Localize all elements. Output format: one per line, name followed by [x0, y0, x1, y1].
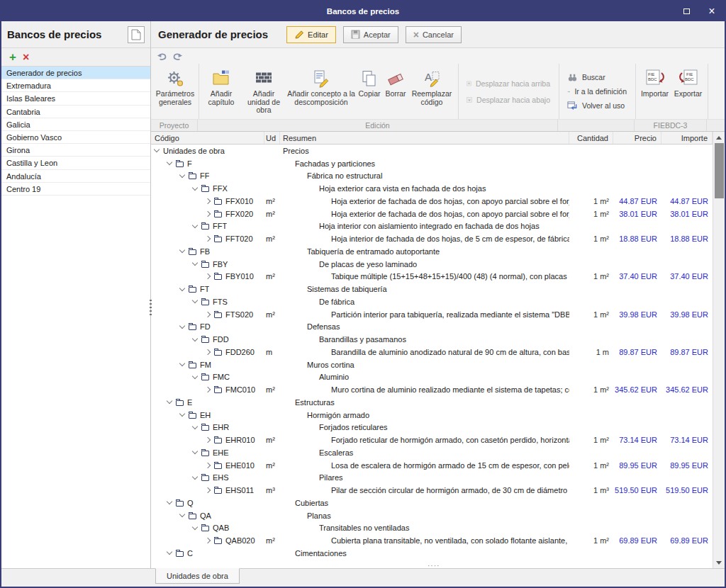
sidebar-splitter-handle[interactable]: [150, 300, 152, 315]
borrar-button[interactable]: Borrar: [383, 65, 408, 118]
table-row[interactable]: FFTHoja interior con aislamiento integra…: [151, 220, 713, 233]
table-row[interactable]: EHE010m²Losa de escalera de hormigón arm…: [151, 459, 713, 472]
chevron-right-icon[interactable]: [205, 437, 211, 443]
column-header-codigo[interactable]: Código: [151, 132, 264, 144]
chevron-down-icon[interactable]: [179, 172, 185, 178]
table-row[interactable]: FDDBarandillas y pasamanos: [151, 333, 713, 346]
table-row[interactable]: FMC010m²Muro cortina de aluminio realiza…: [151, 383, 713, 396]
chevron-right-icon[interactable]: [205, 387, 211, 392]
table-row[interactable]: FFXHoja exterior cara vista en fachada d…: [151, 182, 713, 195]
table-row[interactable]: QAB020m²Cubierta plana transitable, no v…: [151, 534, 713, 547]
table-row[interactable]: EHS011m³Pilar de sección circular de hor…: [151, 484, 713, 497]
chevron-down-icon[interactable]: [167, 499, 172, 504]
chevron-right-icon[interactable]: [205, 210, 211, 216]
scrollbar-thumb[interactable]: [715, 143, 724, 198]
table-row[interactable]: Unidades de obraPrecios: [151, 145, 713, 157]
scroll-down-button[interactable]: [713, 557, 725, 568]
ir-a-la-definicion-button[interactable]: Ir a la definición: [564, 85, 630, 98]
scroll-up-button[interactable]: [713, 132, 725, 143]
chevron-down-icon[interactable]: [167, 549, 172, 555]
desplazar-abajo-button[interactable]: Desplazar hacia abajo: [464, 93, 553, 107]
column-header-ud[interactable]: Ud: [264, 132, 280, 144]
column-header-cantidad[interactable]: Cantidad: [569, 132, 613, 144]
chevron-down-icon[interactable]: [179, 323, 185, 329]
column-header-precio[interactable]: Precio: [613, 132, 661, 144]
table-row[interactable]: FTSistemas de tabiquería: [151, 283, 713, 295]
sidebar-item[interactable]: Cantabria: [1, 106, 150, 118]
sidebar-item[interactable]: Gobierno Vasco: [1, 131, 150, 144]
table-row[interactable]: QCubiertas: [151, 497, 713, 509]
importar-button[interactable]: FIE BDC Importar: [638, 65, 671, 118]
chevron-down-icon[interactable]: [154, 147, 160, 152]
chevron-right-icon[interactable]: [205, 198, 211, 204]
table-row[interactable]: FMMuros cortina: [151, 358, 713, 371]
exportar-button[interactable]: FIE BDC Exportar: [671, 65, 705, 118]
table-row[interactable]: FBYDe placas de yeso laminado: [151, 258, 713, 271]
buscar-button[interactable]: Buscar: [564, 71, 630, 84]
chevron-down-icon[interactable]: [167, 398, 172, 404]
sidebar-item[interactable]: Andalucía: [1, 170, 150, 183]
tab-unidades-de-obra[interactable]: Unidades de obra: [155, 568, 240, 584]
sidebar-item[interactable]: Centro 19: [1, 183, 150, 196]
table-row[interactable]: EHSPilares: [151, 472, 713, 485]
chevron-down-icon[interactable]: [192, 335, 198, 341]
table-row[interactable]: QABTransitables no ventiladas: [151, 522, 713, 535]
anadir-capitulo-button[interactable]: Añadir capítulo: [201, 65, 241, 118]
sidebar-item[interactable]: Galicia: [1, 118, 150, 131]
column-header-importe[interactable]: Importe: [661, 132, 713, 144]
chevron-down-icon[interactable]: [179, 511, 185, 517]
chevron-down-icon[interactable]: [192, 424, 198, 429]
splitter-dots-handle[interactable]: ····: [428, 562, 440, 570]
vertical-scrollbar[interactable]: [713, 132, 725, 568]
anadir-unidad-button[interactable]: Añadir unidad de obra: [241, 65, 286, 118]
chevron-down-icon[interactable]: [167, 159, 172, 165]
cancelar-button[interactable]: Cancelar: [406, 26, 462, 43]
sidebar-item[interactable]: Islas Baleares: [1, 92, 150, 105]
table-row[interactable]: FBTabiquería de entramado autoportante: [151, 245, 713, 258]
chevron-down-icon[interactable]: [179, 411, 185, 417]
chevron-down-icon[interactable]: [192, 222, 198, 228]
table-row[interactable]: FFX010m²Hoja exterior de fachada de dos …: [151, 195, 713, 208]
desplazar-arriba-button[interactable]: Desplazar hacia arriba: [464, 77, 553, 91]
add-bank-button[interactable]: [9, 51, 16, 63]
table-row[interactable]: CCimentaciones: [151, 547, 713, 560]
redo-icon[interactable]: [172, 52, 183, 61]
new-bank-button[interactable]: [128, 26, 145, 43]
table-row[interactable]: EHR010m²Forjado reticular de hormigón ar…: [151, 434, 713, 446]
chevron-right-icon[interactable]: [205, 487, 211, 493]
chevron-right-icon[interactable]: [205, 311, 211, 317]
reemplazar-codigo-button[interactable]: A Reemplazar código: [408, 65, 455, 118]
editar-button[interactable]: Editar: [286, 26, 336, 43]
delete-bank-button[interactable]: [23, 52, 29, 63]
volver-al-uso-button[interactable]: Volver al uso: [564, 99, 630, 113]
sidebar-item[interactable]: Castilla y Leon: [1, 157, 150, 169]
chevron-right-icon[interactable]: [205, 236, 211, 242]
table-row[interactable]: FBY010m²Tabique múltiple (15+15+48+15+15…: [151, 271, 713, 283]
table-row[interactable]: EHHormigón armado: [151, 409, 713, 422]
chevron-right-icon[interactable]: [205, 349, 211, 355]
maximize-button[interactable]: [674, 1, 699, 21]
parametros-generales-button[interactable]: Parámetros generales: [155, 65, 196, 118]
table-row[interactable]: FTSDe fábrica: [151, 295, 713, 308]
table-row[interactable]: FTS020m²Partición interior para tabiquer…: [151, 308, 713, 321]
aceptar-button[interactable]: Aceptar: [343, 26, 398, 43]
close-button[interactable]: [699, 1, 725, 21]
chevron-right-icon[interactable]: [205, 462, 211, 468]
chevron-down-icon[interactable]: [179, 361, 185, 366]
table-row[interactable]: FFX020m²Hoja exterior de fachada de dos …: [151, 208, 713, 220]
column-header-resumen[interactable]: Resumen: [280, 132, 569, 144]
chevron-down-icon[interactable]: [179, 285, 185, 290]
table-row[interactable]: FDDefensas: [151, 321, 713, 334]
chevron-right-icon[interactable]: [205, 273, 211, 279]
chevron-down-icon[interactable]: [192, 448, 198, 454]
chevron-down-icon[interactable]: [192, 298, 198, 303]
sidebar-item[interactable]: Extremadura: [1, 79, 150, 92]
table-row[interactable]: FFachadas y particiones: [151, 157, 713, 170]
table-row[interactable]: FFFábrica no estructural: [151, 170, 713, 183]
copiar-button[interactable]: Copiar: [356, 65, 383, 118]
chevron-down-icon[interactable]: [179, 247, 185, 253]
chevron-down-icon[interactable]: [192, 524, 198, 530]
undo-icon[interactable]: [157, 52, 167, 61]
anadir-concepto-button[interactable]: Añadir concepto a la descomposición: [286, 65, 356, 118]
chevron-down-icon[interactable]: [192, 373, 198, 379]
